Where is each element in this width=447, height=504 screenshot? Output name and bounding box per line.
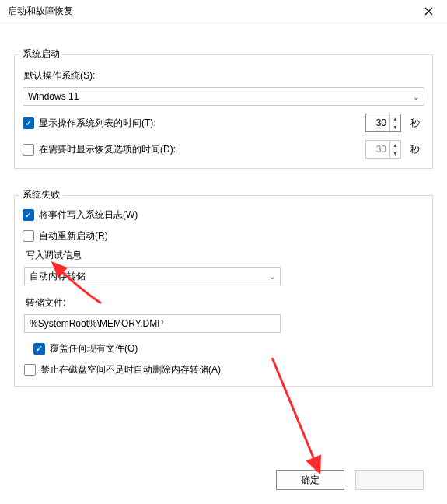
group-title-failure: 系统失败 (19, 188, 63, 201)
checkbox-auto-restart[interactable]: ✓ (23, 230, 34, 242)
window-title: 启动和故障恢复 (8, 5, 73, 18)
checkbox-show-recovery[interactable]: ✓ (23, 144, 34, 156)
group-system-failure: 系统失败 ✓ 将事件写入系统日志(W) ✓ 自动重新启动(R) 写入调试信息 自… (14, 195, 433, 387)
spinner-os-list-seconds[interactable]: ▲▼ (365, 114, 401, 132)
label-show-os-list: 显示操作系统列表的时间(T): (39, 117, 156, 130)
dialog-buttons: 确定 (276, 470, 424, 490)
checkbox-write-event[interactable]: ✓ (23, 209, 34, 221)
group-title-startup: 系统启动 (19, 47, 63, 61)
unit-seconds: 秒 (410, 143, 424, 156)
spinner-os-list-value[interactable] (366, 114, 389, 131)
checkbox-overwrite[interactable]: ✓ (33, 343, 45, 355)
input-dump-file-value[interactable] (30, 315, 275, 332)
spinner-arrows: ▲▼ (389, 141, 400, 158)
spinner-recovery-seconds: ▲▼ (365, 140, 401, 159)
label-disable-auto-delete: 禁止在磁盘空间不足时自动删除内存转储(A) (40, 363, 221, 376)
label-auto-restart: 自动重新启动(R) (39, 229, 108, 243)
checkbox-disable-auto-delete[interactable]: ✓ (24, 364, 36, 376)
close-icon (424, 7, 433, 16)
checkbox-show-os-list[interactable]: ✓ (23, 117, 34, 129)
close-button[interactable] (416, 2, 441, 21)
arrow-down-icon: ▼ (390, 149, 400, 158)
label-default-os: 默认操作系统(S): (24, 69, 423, 82)
cancel-button[interactable] (355, 470, 424, 490)
label-show-recovery: 在需要时显示恢复选项的时间(D): (39, 143, 176, 156)
spinner-recovery-value (366, 141, 389, 158)
label-dump-file: 转储文件: (26, 296, 421, 310)
combo-default-os-value: Windows 11 (28, 91, 79, 102)
arrow-up-icon[interactable]: ▲ (390, 114, 400, 123)
combo-debug-type-value: 自动内存转储 (30, 270, 86, 283)
arrow-up-icon: ▲ (390, 141, 400, 149)
combo-debug-type[interactable]: 自动内存转储 ⌄ (24, 267, 281, 285)
spinner-arrows[interactable]: ▲▼ (389, 114, 400, 131)
label-debug-info: 写入调试信息 (26, 249, 421, 262)
group-system-startup: 系统启动 默认操作系统(S): Windows 11 ⌄ ✓ 显示操作系统列表的… (14, 54, 433, 169)
combo-default-os[interactable]: Windows 11 ⌄ (23, 87, 424, 106)
input-dump-file[interactable] (24, 314, 281, 333)
label-write-event: 将事件写入系统日志(W) (39, 208, 138, 222)
chevron-down-icon: ⌄ (269, 272, 275, 281)
chevron-down-icon: ⌄ (413, 93, 419, 101)
label-overwrite: 覆盖任何现有文件(O) (50, 342, 138, 355)
arrow-down-icon[interactable]: ▼ (390, 123, 400, 131)
titlebar: 启动和故障恢复 (0, 0, 447, 23)
ok-button[interactable]: 确定 (276, 470, 344, 490)
unit-seconds: 秒 (410, 117, 424, 130)
